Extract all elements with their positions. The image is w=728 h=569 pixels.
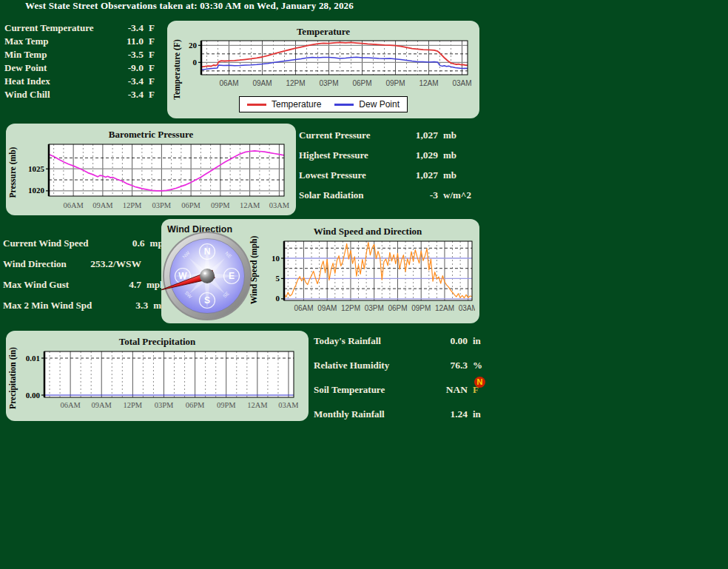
stat-row: Solar Radiation-3w/m^2 [299, 189, 484, 201]
pressure-chart-title: Barometric Pressure [6, 129, 296, 141]
stat-row: Max 2 Min Wind Spd3.3mph [3, 299, 165, 312]
stat-value: -3 [397, 189, 438, 201]
stat-value: 3.3 [92, 299, 148, 312]
x-tick-label: 03PM [319, 79, 338, 87]
stat-value: 0.00 [428, 334, 468, 348]
stat-unit: % [468, 359, 493, 372]
stat-value: 1.24 [428, 408, 468, 421]
wind-compass-icon: N E S W NW NE SW SE [161, 230, 253, 322]
pressure-panel: Barometric Pressure Pressure (mb) 102010… [6, 124, 296, 215]
stat-label: Relative Humidity [314, 359, 428, 372]
stat-row: Monthly Rainfall1.24in [314, 408, 493, 421]
compass-hub-highlight [203, 272, 206, 275]
stat-value: 253.2/WSW [85, 257, 141, 270]
legend-item-temperature: Temperature [247, 99, 321, 110]
temperature-panel: Temperature Temperature (F) 02006AM09AM1… [167, 21, 479, 118]
stat-row: Wind Chill-3.4F [4, 90, 164, 101]
stat-label: Soil Temperature [314, 383, 428, 397]
x-tick-label: 03AM [459, 304, 475, 312]
stat-value: 1,027 [397, 129, 438, 141]
precipitation-y-axis-label: Precipitation (in) [7, 346, 18, 411]
temperature-chart: 02006AM09AM12PM03PM06PM09PM12AM03AM [182, 40, 472, 93]
y-tick-label: 1025 [28, 164, 45, 173]
stat-row: Current Pressure1,027mb [299, 129, 484, 141]
stat-label: Min Temp [4, 50, 105, 61]
soil-temp-n-badge-icon: N [474, 377, 485, 388]
stat-row: Relative Humidity76.3% [314, 359, 493, 372]
x-tick-label: 06PM [388, 304, 407, 312]
stat-unit: FN [468, 383, 493, 397]
stat-label: Current Pressure [299, 129, 397, 141]
stat-unit: mb [438, 129, 484, 141]
precipitation-panel: Total Precipitation Precipitation (in) 0… [6, 331, 309, 421]
dew-point-line-swatch [334, 104, 354, 106]
temperature-legend: Temperature Dew Point [167, 96, 479, 112]
x-tick-label: 09PM [217, 401, 236, 409]
page-title: West State Street Observations taken at:… [0, 0, 379, 12]
temperature-line-swatch [247, 104, 266, 106]
pressure-y-axis-label: Pressure (mb) [7, 140, 18, 205]
temperature-chart-title: Temperature [167, 26, 479, 38]
x-tick-label: 06AM [60, 401, 81, 409]
x-tick-label: 09AM [92, 201, 113, 209]
x-tick-label: 12AM [247, 401, 268, 409]
stat-unit: F [144, 90, 164, 101]
rainfall-stats: Today's Rainfall0.00inRelative Humidity7… [314, 334, 493, 432]
x-tick-label: 12PM [124, 401, 143, 409]
x-tick-label: 12AM [435, 304, 454, 312]
stat-row: Max Wind Gust4.7mph [3, 278, 165, 291]
stat-label: Wind Chill [4, 90, 105, 101]
x-tick-label: 03PM [152, 201, 172, 209]
y-tick-label: 20 [189, 41, 198, 50]
wind-panel: Wind Direction [161, 219, 479, 323]
stat-row: Min Temp-3.5F [4, 50, 164, 61]
compass-cardinal-w: W [178, 271, 187, 281]
precipitation-chart: 0.000.0106AM09AM12PM03PM06PM09PM12AM03AM [12, 350, 298, 415]
stat-unit: F [144, 76, 164, 87]
precipitation-chart-title: Total Precipitation [6, 336, 309, 348]
stat-label: Current Wind Speed [3, 237, 89, 249]
x-tick-label: 06PM [186, 401, 205, 409]
y-tick-label: 5 [276, 274, 280, 283]
x-tick-label: 06AM [294, 304, 313, 312]
stat-value: -3.4 [105, 90, 144, 101]
stat-value: 11.0 [105, 36, 144, 47]
x-tick-label: 03PM [365, 304, 384, 312]
stat-unit: mb [438, 169, 484, 181]
stat-row: Soil TemperatureNANFN [314, 383, 493, 397]
wind-speed-chart: 051006AM09AM12PM03PM06PM09PM12AM03AM [262, 240, 475, 318]
stat-unit: F [144, 63, 164, 74]
stat-row: Heat Index-3.4F [4, 76, 164, 87]
x-tick-label: 06PM [181, 201, 200, 209]
stat-value: -9.0 [105, 63, 144, 74]
legend-item-dew-point: Dew Point [334, 99, 400, 110]
x-tick-label: 03AM [278, 401, 298, 409]
y-tick-label: 0 [193, 58, 198, 67]
stat-row: Max Temp11.0F [4, 36, 164, 47]
stat-value: -3.5 [105, 50, 144, 61]
pressure-chart: 1020102506AM09AM12PM03PM06PM09PM12AM03AM [16, 143, 290, 215]
stat-value: -3.4 [105, 23, 144, 34]
stat-label: Current Temperature [4, 23, 105, 34]
stat-row: Wind Direction253.2/WSW [3, 257, 165, 270]
stat-unit: F [144, 50, 164, 61]
x-tick-label: 12AM [419, 79, 438, 87]
stat-label: Monthly Rainfall [314, 408, 428, 421]
stat-row: Lowest Pressure1,027mb [299, 169, 484, 181]
x-tick-label: 06AM [63, 201, 84, 209]
stat-row: Today's Rainfall0.00in [314, 334, 493, 348]
stat-label: Lowest Pressure [299, 169, 397, 181]
compass-cardinal-s: S [204, 295, 210, 306]
stat-unit: w/m^2 [438, 189, 484, 201]
x-tick-label: 12PM [341, 304, 360, 312]
stat-value: 1,029 [397, 149, 438, 161]
stat-value: -3.4 [105, 76, 144, 87]
stat-row: Dew Point-9.0F [4, 63, 164, 74]
x-tick-label: 03AM [269, 201, 290, 209]
stat-label: Heat Index [4, 76, 105, 87]
x-tick-label: 03AM [452, 79, 471, 87]
x-tick-label: 06PM [352, 79, 371, 87]
x-tick-label: 06AM [219, 79, 238, 87]
legend-label-dew-point: Dew Point [359, 99, 400, 110]
legend-label-temperature: Temperature [272, 99, 321, 110]
